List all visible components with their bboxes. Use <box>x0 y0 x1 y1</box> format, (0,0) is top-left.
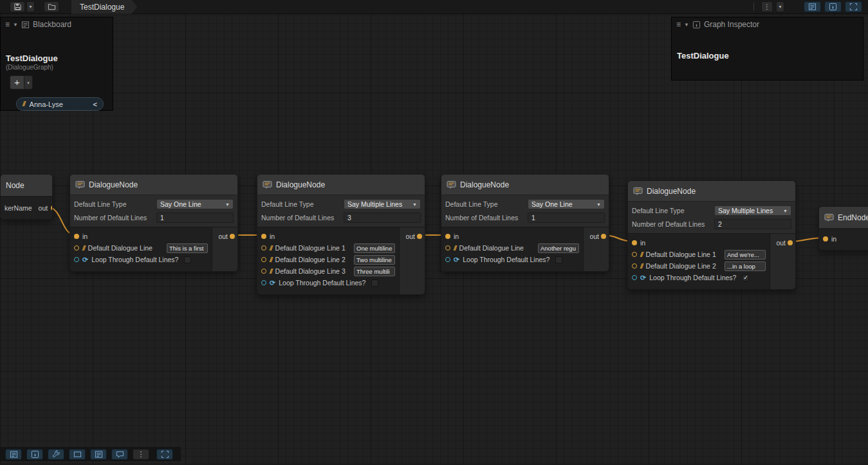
dialogue-line-input[interactable]: One multiline <box>354 243 395 253</box>
input-port[interactable] <box>261 245 266 251</box>
node-header[interactable]: DialogueNode <box>628 181 795 202</box>
node-header[interactable]: Node <box>1 175 52 196</box>
chevron-down-icon: ▼ <box>225 202 230 207</box>
settings-button[interactable] <box>48 449 64 460</box>
blackboard-button[interactable] <box>90 449 107 460</box>
toggle-inspector-button[interactable] <box>824 1 842 12</box>
input-port[interactable] <box>261 234 266 239</box>
dialogue-line-input[interactable]: Another regu <box>538 243 579 253</box>
blackboard-header[interactable]: ≡ ▼ Blackboard <box>1 17 113 32</box>
graph-editor-canvas[interactable]: ▾ TestDialogue ⋮ ▾ ≡ ▼ Blackboard TestDi… <box>0 0 868 465</box>
input-port[interactable] <box>632 263 637 269</box>
node-title: DialogueNode <box>647 187 696 196</box>
line-count-input[interactable]: 1 <box>528 213 605 223</box>
save-options-button[interactable]: ▾ <box>26 1 35 12</box>
line-type-label: Default Line Type <box>74 200 152 208</box>
node-header[interactable]: DialogueNode <box>441 175 609 195</box>
line-type-dropdown[interactable]: Say Multiple Lines ▼ <box>714 205 791 216</box>
speaker-node-clipped[interactable]: Node kerName out <box>0 174 53 220</box>
loop-checkbox[interactable] <box>184 256 191 263</box>
output-ports: out <box>212 227 237 271</box>
hamburger-icon[interactable]: ≡ <box>676 20 681 29</box>
node-ports: in <box>819 229 868 250</box>
dropdown-value: Say Multiple Lines <box>718 207 773 214</box>
collapse-left-icon[interactable]: < <box>93 100 97 108</box>
line-count-input[interactable]: 3 <box>344 213 421 223</box>
hamburger-icon[interactable]: ≡ <box>5 20 10 29</box>
input-port[interactable] <box>261 257 266 262</box>
output-port[interactable] <box>51 205 53 211</box>
overflow-menu-caret[interactable]: ▾ <box>776 1 784 12</box>
dialogue-node-1[interactable]: DialogueNode Default Line Type Say One L… <box>69 174 238 272</box>
line-type-dropdown[interactable]: Say One Line ▼ <box>528 199 605 209</box>
dialogue-line-input[interactable]: ...in a loop <box>725 261 766 271</box>
quote-icon: // <box>23 100 25 108</box>
input-port[interactable] <box>74 245 79 251</box>
save-button[interactable] <box>10 1 25 12</box>
port-row-dialogue-line: // Default Dialogue Line 1 One multiline <box>257 242 399 254</box>
dialogue-line-input[interactable]: Two multiline <box>354 255 395 265</box>
line-type-label: Default Line Type <box>445 200 524 208</box>
save-button-group: ▾ <box>9 1 35 12</box>
fullscreen-button[interactable] <box>156 449 173 460</box>
node-title: DialogueNode <box>276 180 325 189</box>
line-type-dropdown[interactable]: Say One Line ▼ <box>156 199 234 209</box>
fullscreen-icon <box>849 3 858 11</box>
line-count-input[interactable]: 1 <box>156 213 234 223</box>
node-ports: in // Default Dialogue Line This is a fi… <box>70 227 237 271</box>
overflow-menu-button[interactable]: ⋮ <box>761 1 773 12</box>
dialogue-node-4[interactable]: DialogueNode Default Line Type Say Multi… <box>627 180 796 290</box>
inspector-header[interactable]: ≡ ▼ Graph Inspector <box>672 17 863 32</box>
port-row-loop: ⟳ Loop Through Default Lines? <box>257 277 399 289</box>
output-port[interactable] <box>230 234 235 239</box>
quote-icon: // <box>270 268 272 275</box>
open-asset-button[interactable] <box>44 1 59 12</box>
dialogue-line-input[interactable]: Three multili <box>354 267 395 276</box>
input-port[interactable] <box>632 275 637 280</box>
input-port[interactable] <box>261 280 266 285</box>
add-property-caret[interactable]: ▾ <box>24 75 33 90</box>
blackboard-property-pill[interactable]: // Anna-Lyse < <box>16 97 104 111</box>
line-type-dropdown[interactable]: Say Multiple Lines ▼ <box>344 199 421 209</box>
input-port[interactable] <box>445 245 450 251</box>
collapse-arrow-icon[interactable]: ▼ <box>13 22 18 28</box>
more-options-button[interactable]: ⋮ <box>133 449 149 460</box>
inspector-button[interactable] <box>26 449 43 460</box>
chevron-down-icon: ▾ <box>779 4 781 10</box>
dialogue-line-input[interactable]: This is a first <box>167 243 208 253</box>
dialogue-node-3[interactable]: DialogueNode Default Line Type Say One L… <box>441 174 609 272</box>
node-header[interactable]: DialogueNode <box>257 175 425 195</box>
input-port[interactable] <box>445 257 450 262</box>
loop-checkbox[interactable]: ✓ <box>742 274 749 281</box>
input-port[interactable] <box>74 234 79 239</box>
end-node[interactable]: EndNode in <box>818 206 868 251</box>
blackboard-icon <box>808 3 817 11</box>
input-port[interactable] <box>261 269 266 274</box>
toggle-blackboard-button[interactable] <box>804 1 821 12</box>
collapse-arrow-icon[interactable]: ▼ <box>684 22 689 28</box>
breadcrumb[interactable]: TestDialogue <box>71 0 137 14</box>
node-header[interactable]: EndNode <box>819 207 868 229</box>
dialogue-preview-button[interactable] <box>111 449 128 460</box>
input-ports: in <box>819 229 868 250</box>
add-property-button[interactable]: + <box>10 75 24 90</box>
minimap-button[interactable] <box>69 449 86 460</box>
console-button[interactable] <box>5 449 22 460</box>
output-ports: out <box>770 234 795 289</box>
dialogue-line-input[interactable]: And we're... <box>725 250 766 260</box>
loop-checkbox[interactable] <box>555 256 562 263</box>
dialogue-node-2[interactable]: DialogueNode Default Line Type Say Multi… <box>257 174 425 295</box>
input-port[interactable] <box>632 240 637 245</box>
loop-checkbox[interactable] <box>371 280 378 287</box>
input-port[interactable] <box>823 236 828 242</box>
input-port[interactable] <box>632 252 637 257</box>
output-port[interactable] <box>601 234 606 239</box>
output-port[interactable] <box>417 234 422 239</box>
input-port[interactable] <box>445 234 450 239</box>
node-header[interactable]: DialogueNode <box>70 175 237 195</box>
toggle-minimap-button[interactable] <box>845 1 862 12</box>
line-count-input[interactable]: 2 <box>714 219 791 229</box>
output-port[interactable] <box>788 240 793 245</box>
input-port[interactable] <box>74 257 79 262</box>
port-row-loop: ⟳ Loop Through Default Lines? ✓ <box>628 272 770 283</box>
